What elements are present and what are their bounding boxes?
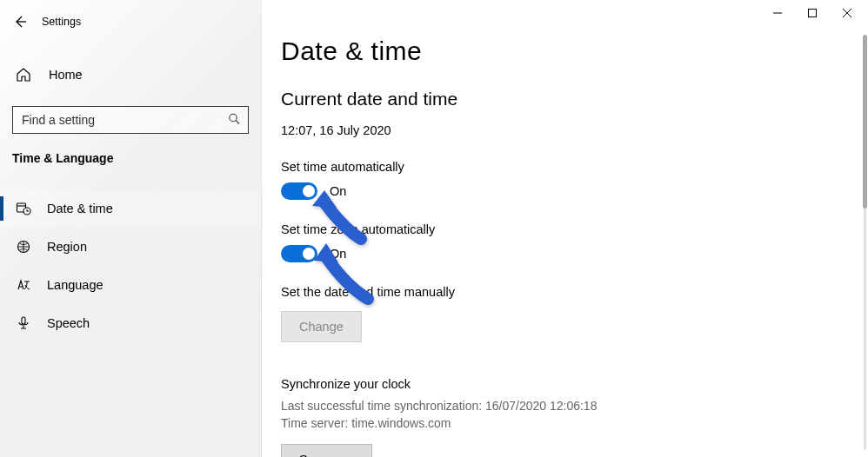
calendar-clock-icon: [16, 201, 31, 216]
set-tz-auto-toggle[interactable]: [281, 245, 317, 262]
sidebar-item-region[interactable]: Region: [0, 228, 261, 266]
set-manual-label: Set the date and time manually: [281, 285, 868, 299]
close-button[interactable]: [830, 2, 865, 24]
scrollbar[interactable]: [864, 35, 866, 450]
sidebar-home[interactable]: Home: [0, 56, 261, 94]
sidebar-item-label: Region: [47, 240, 87, 254]
sidebar: Settings Home Time & Language Date & tim…: [0, 0, 262, 457]
sync-last-text: Last successful time synchronization: 16…: [281, 398, 868, 415]
sync-clock-header: Synchronize your clock: [281, 377, 868, 391]
microphone-icon: [16, 315, 31, 331]
set-time-auto-toggle[interactable]: [281, 182, 317, 200]
search-input[interactable]: [12, 106, 249, 134]
scrollbar-thumb[interactable]: [863, 35, 867, 209]
globe-icon: [16, 239, 31, 255]
sidebar-item-language[interactable]: Language: [0, 266, 261, 304]
sidebar-item-speech[interactable]: Speech: [0, 304, 261, 342]
content-area: Date & time Current date and time 12:07,…: [262, 0, 868, 457]
sidebar-item-label: Date & time: [47, 202, 113, 215]
sidebar-item-label: Speech: [47, 316, 90, 330]
toggle-knob: [303, 185, 315, 197]
sidebar-item-label: Language: [47, 278, 103, 292]
sync-server-text: Time server: time.windows.com: [281, 415, 868, 433]
sidebar-home-label: Home: [49, 68, 83, 82]
sidebar-section-label: Time & Language: [0, 134, 261, 174]
sidebar-item-date-time[interactable]: Date & time: [0, 189, 261, 228]
maximize-button[interactable]: [795, 2, 830, 24]
language-icon: [16, 277, 31, 293]
set-time-auto-label: Set time automatically: [281, 160, 868, 174]
window-title: Settings: [42, 16, 81, 28]
window-controls: [760, 2, 865, 24]
set-tz-auto-state: On: [330, 247, 346, 261]
minimize-button[interactable]: [760, 2, 795, 24]
page-title: Date & time: [281, 36, 868, 66]
current-datetime-value: 12:07, 16 July 2020: [281, 123, 868, 137]
set-tz-auto-label: Set time zone automatically: [281, 222, 868, 236]
home-icon: [16, 67, 31, 83]
sync-now-button[interactable]: Sync now: [281, 444, 372, 457]
search-icon: [228, 113, 240, 128]
search-wrap: [12, 106, 249, 134]
current-datetime-header: Current date and time: [281, 89, 868, 109]
sidebar-nav: Date & time Region Language Speech: [0, 189, 261, 342]
back-arrow-icon[interactable]: [12, 14, 28, 30]
svg-point-0: [230, 114, 237, 121]
change-button: Change: [281, 311, 362, 342]
svg-rect-4: [22, 317, 25, 324]
set-time-auto-state: On: [330, 184, 346, 198]
svg-rect-5: [809, 10, 817, 17]
toggle-knob: [303, 248, 315, 260]
